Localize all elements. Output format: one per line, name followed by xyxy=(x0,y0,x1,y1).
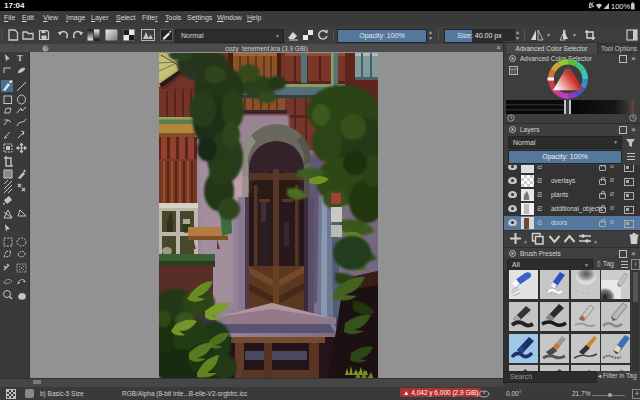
svg-text:T: T xyxy=(17,53,23,63)
svg-text:100%: 100% xyxy=(611,2,631,10)
